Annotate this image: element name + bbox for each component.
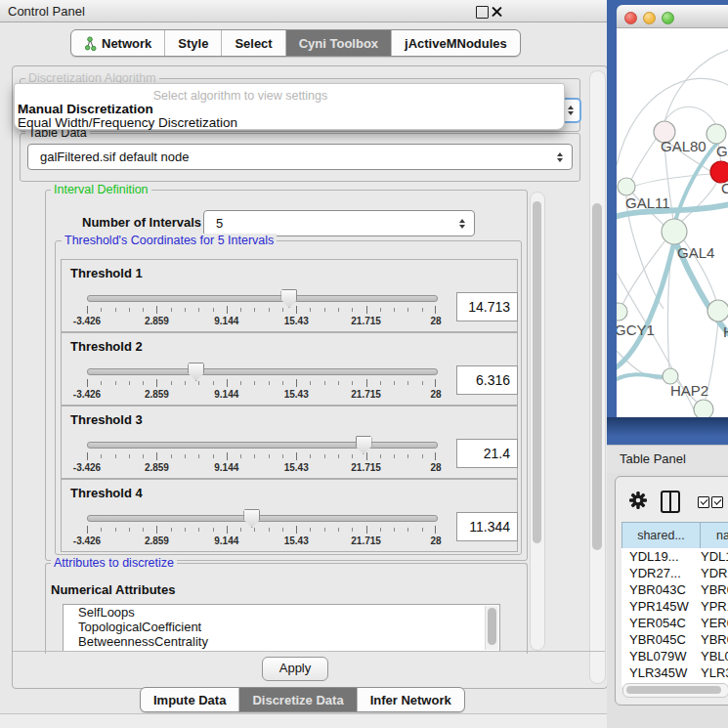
table-row[interactable]: YBR045CYBR0 bbox=[621, 631, 728, 648]
screen: Control Panel Network Style Select Cyni … bbox=[0, 0, 728, 728]
control-panel-titlebar: Control Panel bbox=[0, 0, 607, 22]
column-header-shared[interactable]: shared... bbox=[621, 522, 701, 549]
list-item-topologicalcoefficient[interactable]: TopologicalCoefficient bbox=[64, 620, 499, 634]
threshold-1-label: Threshold 1 bbox=[70, 266, 143, 280]
threshold-1-slider[interactable] bbox=[87, 289, 436, 307]
threshold-3-value-field[interactable]: 21.4 bbox=[456, 439, 518, 468]
tick-label: 21.715 bbox=[351, 462, 381, 473]
tab-cyni-toolbox[interactable]: Cyni Toolbox bbox=[286, 30, 392, 56]
list-scrollbar[interactable] bbox=[485, 606, 498, 650]
table-row[interactable]: YBR043CYBR0 bbox=[621, 581, 728, 598]
window-zoom-traffic-light[interactable] bbox=[662, 12, 674, 24]
tab-select[interactable]: Select bbox=[222, 30, 285, 56]
node-top-right[interactable] bbox=[707, 124, 726, 144]
node-label-gal4: GAL4 bbox=[677, 244, 714, 261]
tick-label: 21.715 bbox=[351, 535, 381, 546]
cell-shared: YDL19... bbox=[629, 548, 679, 565]
panel-title: Control Panel bbox=[8, 4, 85, 19]
table-horizontal-scrollbar[interactable] bbox=[622, 683, 728, 698]
tab-jactivemnodules-label: jActiveMNodules bbox=[405, 36, 507, 51]
number-of-intervals-combo[interactable]: 5 bbox=[203, 210, 475, 236]
window-close-traffic-light[interactable] bbox=[624, 12, 637, 24]
scrollbar-thumb[interactable] bbox=[626, 686, 721, 694]
table-row[interactable]: YPR145WYPR1 bbox=[621, 598, 728, 615]
interval-definition-label: Interval Definition bbox=[51, 183, 151, 196]
float-window-icon[interactable] bbox=[476, 6, 489, 19]
algorithm-option-manual[interactable]: Manual Discretization bbox=[18, 102, 153, 116]
threshold-2-label: Threshold 2 bbox=[70, 339, 143, 354]
attributes-to-discretize-label: Attributes to discretize bbox=[51, 556, 177, 570]
numerical-attributes-list: SelfLoops TopologicalCoefficient Between… bbox=[63, 604, 500, 652]
cell-name: YPR1 bbox=[701, 598, 728, 615]
tab-impute-data[interactable]: Impute Data bbox=[141, 688, 239, 711]
scrollbar-thumb[interactable] bbox=[488, 608, 496, 645]
network-canvas[interactable]: GAL80 GA C GAL11 GAL4 GCY1 H HAP2 bbox=[617, 28, 728, 417]
viewport-divider bbox=[13, 651, 605, 652]
threshold-4-slider[interactable] bbox=[87, 509, 436, 527]
cell-shared: YER054C bbox=[629, 615, 686, 631]
tab-network[interactable]: Network bbox=[71, 30, 165, 56]
tab-discretize-data[interactable]: Discretize Data bbox=[239, 688, 357, 711]
list-item-betweennesscentrality[interactable]: BetweennessCentrality bbox=[64, 634, 499, 649]
tab-impute-data-label: Impute Data bbox=[153, 693, 226, 707]
node-label-hap2: HAP2 bbox=[670, 382, 708, 399]
tab-infer-network-label: Infer Network bbox=[370, 693, 451, 707]
table-row[interactable]: YBL079WYBL0 bbox=[621, 648, 728, 664]
arrow-up-icon bbox=[568, 106, 574, 109]
node-gal4[interactable] bbox=[662, 219, 687, 244]
threshold-1-value-field[interactable]: 14.713 bbox=[456, 292, 518, 321]
cell-name: YDL1 bbox=[701, 548, 728, 565]
node-gal11[interactable] bbox=[618, 178, 635, 195]
table-row[interactable]: YDR27...YDR2 bbox=[621, 565, 728, 581]
node-bottom[interactable] bbox=[694, 400, 713, 417]
node-gcy1[interactable] bbox=[617, 303, 627, 321]
slider-scale: -3.4262.8599.14415.4321.71528 bbox=[87, 306, 436, 329]
cell-shared: YPR145W bbox=[629, 598, 689, 615]
minor-ticks bbox=[87, 528, 436, 532]
checkbox-icon[interactable] bbox=[698, 496, 709, 508]
threshold-4-value-field[interactable]: 11.344 bbox=[456, 512, 518, 541]
tick-label: 28 bbox=[430, 389, 441, 400]
tab-infer-network[interactable]: Infer Network bbox=[358, 688, 464, 711]
node-right-h[interactable] bbox=[707, 300, 728, 321]
scrollbar-thumb[interactable] bbox=[533, 201, 541, 543]
tab-jactivemnodules[interactable]: jActiveMNodules bbox=[392, 30, 520, 56]
slider-scale: -3.4262.8599.14415.4321.71528 bbox=[87, 452, 436, 476]
slider-track[interactable] bbox=[87, 295, 438, 302]
table-row[interactable]: YER054CYER0 bbox=[621, 615, 728, 631]
tick-label: 15.43 bbox=[284, 535, 309, 546]
slider-track[interactable] bbox=[87, 442, 438, 449]
minor-ticks bbox=[87, 454, 436, 458]
threshold-2-slider[interactable] bbox=[87, 363, 436, 380]
close-icon[interactable] bbox=[492, 6, 502, 17]
tick-label: 28 bbox=[430, 316, 441, 326]
panel-scrollbar[interactable] bbox=[589, 70, 606, 684]
column-header-name[interactable]: na bbox=[700, 522, 728, 549]
threshold-2-value-field[interactable]: 6.316 bbox=[456, 365, 518, 395]
threshold-3-panel: Threshold 3 -3.4262.8599.14415.4321.7152… bbox=[61, 406, 518, 479]
table-row[interactable]: YLR345WYLR3 bbox=[621, 664, 728, 681]
apply-button[interactable]: Apply bbox=[262, 657, 328, 681]
tab-style[interactable]: Style bbox=[165, 30, 222, 56]
tick-label: -3.426 bbox=[73, 462, 101, 473]
table-panel-title: Table Panel bbox=[620, 451, 686, 466]
cell-shared: YLR345W bbox=[629, 664, 687, 681]
tick-label: 28 bbox=[430, 535, 441, 546]
tick-label: -3.426 bbox=[73, 389, 101, 400]
tick-label: 2.859 bbox=[145, 316, 169, 326]
node-label-partial-low: H bbox=[723, 323, 728, 340]
settings-scrollbar[interactable] bbox=[530, 192, 545, 651]
threshold-3-slider[interactable] bbox=[87, 436, 436, 453]
algorithm-option-equal-width[interactable]: Equal Width/Frequency Discretization bbox=[18, 115, 237, 130]
slider-track[interactable] bbox=[87, 515, 438, 522]
node-label-gal80: GAL80 bbox=[661, 138, 707, 154]
slider-track[interactable] bbox=[87, 368, 438, 375]
table-data-combo[interactable]: galFiltered.sif default node bbox=[27, 144, 573, 170]
split-pane-icon[interactable] bbox=[661, 491, 680, 513]
table-row[interactable]: YDL19...YDL1 bbox=[621, 548, 728, 565]
scrollbar-thumb[interactable] bbox=[592, 203, 602, 550]
list-item-selfloops[interactable]: SelfLoops bbox=[64, 605, 499, 620]
checkbox-icon[interactable] bbox=[711, 496, 723, 508]
window-minimize-traffic-light[interactable] bbox=[643, 12, 656, 24]
gear-icon[interactable] bbox=[629, 492, 647, 509]
